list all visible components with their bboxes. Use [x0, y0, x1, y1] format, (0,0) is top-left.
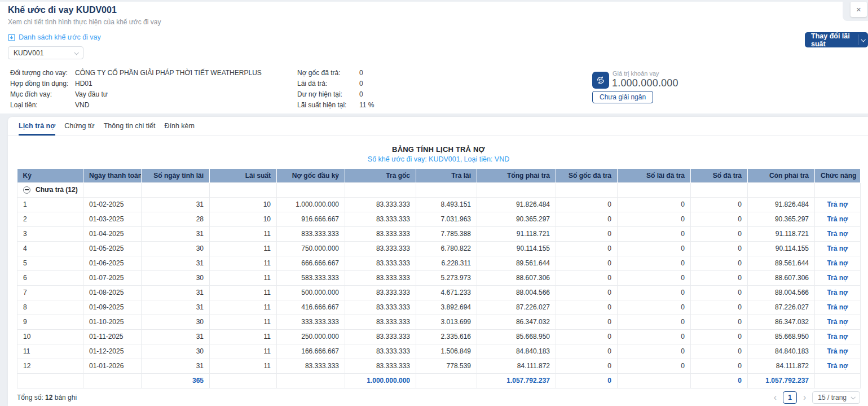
change-rate-button-label: Thay đổi lãi suất [805, 32, 858, 47]
table-footer: Tổng số: 12 bản ghi ‹ 1 › 15 / trang [17, 390, 860, 405]
pay-debt-link[interactable]: Trả nợ [827, 318, 848, 326]
tab-1[interactable]: Chứng từ [64, 117, 95, 136]
group-empty-cell [556, 182, 618, 197]
info-label: Nợ gốc đã trả: [297, 68, 359, 78]
contract-list-link[interactable]: Danh sách khế ước đi vay [8, 33, 101, 41]
cell: 30 [142, 270, 210, 285]
action-cell: Trả nợ [815, 197, 861, 212]
cell: 0 [618, 359, 691, 373]
tab-2[interactable]: Thông tin chi tiết [104, 117, 156, 136]
cell: 666.666.667 [277, 256, 345, 270]
cell: 5 [17, 256, 83, 270]
pagination: ‹ 1 › 15 / trang [773, 391, 860, 404]
cell: 0 [618, 256, 691, 270]
record-count-suffix: bản ghi [55, 394, 77, 401]
contract-select-value: KUDV001 [14, 49, 43, 57]
chevron-down-icon [74, 50, 78, 55]
cell: 6 [17, 270, 83, 285]
column-header: Số ngày tính lãi [142, 169, 210, 182]
total-cell: 1.000.000.000 [345, 373, 416, 388]
tab-0[interactable]: Lịch trả nợ [19, 117, 55, 136]
group-empty-cell [815, 182, 861, 197]
cell: 7 [17, 285, 83, 300]
table-row: 501-06-20253111666.666.66783.333.3336.22… [17, 256, 861, 270]
column-header: Số đã trả [691, 169, 748, 182]
pay-debt-link[interactable]: Trả nợ [827, 245, 848, 252]
group-empty-cell [748, 182, 815, 197]
total-cell [277, 373, 345, 388]
pay-debt-link[interactable]: Trả nợ [827, 259, 848, 267]
totals-row: 3651.000.000.0001.057.792.237001.057.792… [17, 373, 861, 388]
next-page-icon[interactable]: › [802, 393, 807, 402]
pay-debt-link[interactable]: Trả nợ [827, 362, 848, 370]
cell: 90.365.297 [748, 212, 815, 226]
column-header: Ngày thanh toán [83, 169, 142, 182]
table-row: 1001-11-20253111250.000.00083.333.3332.3… [17, 329, 861, 344]
change-rate-button[interactable]: Thay đổi lãi suất [805, 32, 868, 47]
cell: 11 [210, 300, 277, 315]
group-empty-cell [277, 182, 345, 197]
cell: 01-11-2025 [83, 329, 142, 344]
total-cell: 365 [142, 373, 210, 388]
chevron-down-icon[interactable] [858, 32, 868, 47]
info-value: VND [75, 100, 89, 111]
collapse-minus-icon[interactable] [23, 186, 30, 194]
cell: 85.668.950 [748, 329, 815, 344]
contract-select[interactable]: KUDV001 [8, 46, 83, 59]
status-badge: Chưa giải ngân [592, 91, 653, 103]
page-size-select[interactable]: 15 / trang [812, 391, 860, 404]
cell: 11 [210, 285, 277, 300]
cell: 3 [17, 226, 83, 241]
pay-debt-link[interactable]: Trả nợ [827, 274, 848, 282]
info-value: 0 [359, 89, 363, 100]
column-header: Kỳ [17, 169, 83, 182]
pay-debt-link[interactable]: Trả nợ [827, 200, 848, 208]
cell: 01-02-2025 [83, 197, 142, 212]
action-cell: Trả nợ [815, 212, 861, 226]
pay-debt-link[interactable]: Trả nợ [827, 230, 848, 238]
record-count-value: 12 [45, 394, 52, 401]
info-value: 0 [359, 78, 363, 89]
pay-debt-link[interactable]: Trả nợ [827, 333, 848, 340]
pay-debt-link[interactable]: Trả nợ [827, 303, 848, 311]
cell: 10 [210, 212, 277, 226]
cell: 3.013.699 [416, 315, 477, 329]
info-label: Đối tượng cho vay: [10, 68, 75, 78]
action-cell: Trả nợ [815, 256, 861, 270]
cell: 88.607.306 [477, 270, 556, 285]
info-value: CÔNG TY CỔ PHẦN GIẢI PHÁP THỜI TIẾT WEAT… [75, 68, 262, 78]
cell: 83.333.333 [277, 359, 345, 373]
tab-3[interactable]: Đính kèm [164, 117, 195, 136]
info-label: Lãi đã trả: [297, 78, 359, 89]
cell: 0 [691, 300, 748, 315]
page-number-button[interactable]: 1 [783, 391, 797, 404]
cell: 0 [556, 285, 618, 300]
cell: 0 [691, 212, 748, 226]
cell: 1.000.000.000 [277, 197, 345, 212]
cell: 86.347.032 [477, 315, 556, 329]
cell: 90.114.155 [748, 241, 815, 256]
cell: 84.840.183 [748, 344, 815, 359]
cell: 0 [618, 270, 691, 285]
cell: 87.226.027 [477, 300, 556, 315]
page-size-value: 15 / trang [818, 394, 847, 401]
pay-debt-link[interactable]: Trả nợ [827, 347, 848, 355]
info-row: Dư nợ hiện tại:0 [297, 89, 374, 100]
cell: 1.506.849 [416, 344, 477, 359]
cell: 11 [210, 241, 277, 256]
cell: 5.273.973 [416, 270, 477, 285]
action-cell: Trả nợ [815, 226, 861, 241]
table-row: 301-04-20253111833.333.33383.333.3337.78… [17, 226, 861, 241]
cell: 83.333.333 [345, 344, 416, 359]
group-empty-cell [691, 182, 748, 197]
pay-debt-link[interactable]: Trả nợ [827, 215, 848, 223]
info-row: Loại tiền:VND [10, 100, 262, 111]
prev-page-icon[interactable]: ‹ [773, 393, 778, 402]
cell: 8 [17, 300, 83, 315]
cell: 3.892.694 [416, 300, 477, 315]
cell: 01-07-2025 [83, 270, 142, 285]
action-cell: Trả nợ [815, 270, 861, 285]
group-cell: Chưa trả (12) [17, 182, 83, 197]
close-button[interactable]: × [851, 2, 867, 17]
pay-debt-link[interactable]: Trả nợ [827, 289, 848, 296]
